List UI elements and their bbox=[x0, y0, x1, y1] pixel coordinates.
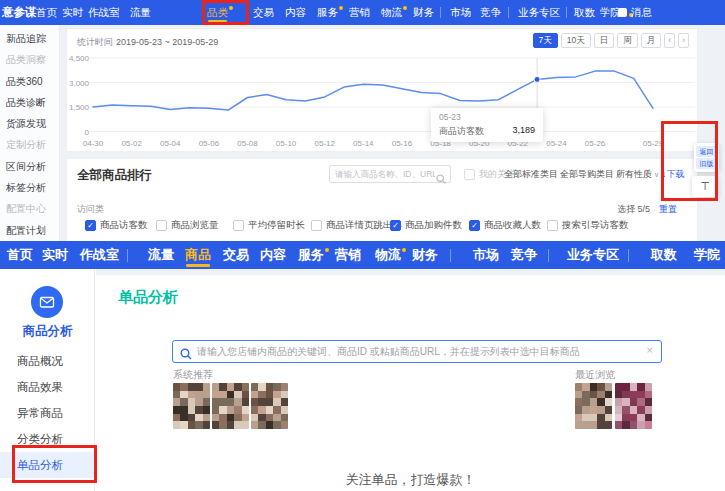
bottom-nav-item-5[interactable]: 交易 bbox=[223, 241, 249, 269]
metric-checkbox-item-5[interactable]: ✓商品收藏人数 bbox=[469, 219, 541, 232]
top-nav-item-0[interactable]: 首页 bbox=[36, 0, 57, 25]
mosaic-cell bbox=[234, 391, 241, 399]
bottom-nav-item-9[interactable]: 物流 bbox=[375, 241, 401, 269]
bottom-nav-item-12[interactable]: 竞争 bbox=[511, 241, 537, 269]
top-nav-item-7[interactable]: 服务 bbox=[317, 0, 338, 25]
top-nav-item-6[interactable]: 内容 bbox=[285, 0, 306, 25]
period-button-5[interactable]: ‹ bbox=[664, 33, 675, 48]
sidebar-item-4[interactable]: 单品分析 bbox=[0, 452, 94, 478]
sidebar-item-2[interactable]: 品类360 bbox=[0, 71, 59, 92]
checkbox-checked[interactable]: ✓ bbox=[85, 220, 96, 231]
search-icon[interactable] bbox=[436, 170, 446, 188]
period-button-6[interactable]: › bbox=[678, 33, 689, 48]
top-nav-item-4[interactable]: 品类 bbox=[207, 0, 228, 25]
product-thumbnail[interactable] bbox=[615, 383, 652, 429]
filter-guide-category[interactable]: 全部导购类目∨ bbox=[560, 168, 621, 181]
period-button-0[interactable]: 7天 bbox=[533, 33, 558, 48]
top-nav-item-9[interactable]: 物流 bbox=[381, 0, 402, 25]
top-nav-item-11[interactable]: 市场 bbox=[450, 0, 471, 25]
product-thumbnail[interactable] bbox=[212, 383, 249, 429]
metric-checkbox-item-0[interactable]: ✓商品访客数 bbox=[85, 219, 148, 232]
product-thumbnail[interactable] bbox=[251, 383, 288, 429]
bottom-nav-item-13[interactable]: 业务专区 bbox=[567, 241, 619, 269]
top-nav-item-5[interactable]: 交易 bbox=[253, 0, 274, 25]
messages-button[interactable]: 消息 bbox=[618, 0, 652, 25]
metric-checkbox-item-6[interactable]: 搜索引导访客数 bbox=[547, 219, 629, 232]
tooltip-value: 3,189 bbox=[512, 125, 535, 138]
sidebar-item-3[interactable]: 品类诊断 bbox=[0, 92, 59, 113]
back-to-top-button[interactable]: ⊤ bbox=[692, 176, 718, 197]
sidebar-item-2[interactable]: 异常商品 bbox=[0, 400, 94, 426]
filter-property[interactable]: 所有性质∨ bbox=[616, 168, 659, 181]
bottom-nav-item-2[interactable]: 作战室 bbox=[80, 241, 119, 269]
product-thumbnail[interactable] bbox=[173, 383, 210, 429]
period-button-3[interactable]: 周 bbox=[617, 33, 638, 48]
sidebar-item-8[interactable]: 配置中心 bbox=[0, 198, 59, 219]
checkbox-checked[interactable]: ✓ bbox=[390, 220, 401, 231]
sidebar-item-6[interactable]: 区间分析 bbox=[0, 156, 59, 177]
clear-icon[interactable]: × bbox=[647, 344, 653, 356]
checkbox-unchecked[interactable] bbox=[311, 220, 322, 231]
product-thumbnail[interactable] bbox=[575, 383, 612, 429]
top-nav-item-10[interactable]: 财务 bbox=[413, 0, 434, 25]
sidebar-item-1[interactable]: 品类洞察 bbox=[0, 49, 59, 70]
bottom-nav-item-14[interactable]: 取数 bbox=[651, 241, 677, 269]
bottom-nav-item-10[interactable]: 财务 bbox=[412, 241, 438, 269]
bottom-nav-item-1[interactable]: 实时 bbox=[42, 241, 68, 269]
item-search-input[interactable] bbox=[197, 343, 627, 360]
sidebar-item-4[interactable]: 货源发现 bbox=[0, 113, 59, 134]
mosaic-cell bbox=[575, 414, 582, 422]
sidebar-item-0[interactable]: 新品追踪 bbox=[0, 28, 59, 49]
top-nav-item-2[interactable]: 作战室 bbox=[88, 0, 120, 25]
sidebar-item-3[interactable]: 分类分析 bbox=[0, 426, 94, 452]
top-nav-item-13[interactable]: 业务专区 bbox=[518, 0, 560, 25]
filter-standard-category[interactable]: 全部标准类目∨ bbox=[504, 168, 565, 181]
period-button-4[interactable]: 月 bbox=[641, 33, 662, 48]
period-button-2[interactable]: 日 bbox=[594, 33, 615, 48]
mosaic-cell bbox=[575, 398, 582, 406]
checkbox-unchecked[interactable] bbox=[547, 220, 558, 231]
metric-label: 商品加购件数 bbox=[405, 219, 462, 232]
bottom-nav-item-3[interactable]: 流量 bbox=[148, 241, 174, 269]
stat-time-range: 统计时间2019-05-23 ~ 2019-05-29 bbox=[77, 36, 218, 49]
floating-version-widget[interactable]: 返回 旧版 bbox=[694, 143, 719, 172]
sidebar-item-1[interactable]: 商品效果 bbox=[0, 374, 94, 400]
metric-checkbox-item-2[interactable]: 平均停留时长 bbox=[233, 219, 305, 232]
bottom-nav-item-4[interactable]: 商品 bbox=[185, 241, 211, 269]
sidebar-item-7[interactable]: 标签分析 bbox=[0, 177, 59, 198]
download-button[interactable]: ↓下载 bbox=[662, 168, 685, 181]
mosaic-cell bbox=[203, 391, 210, 399]
bottom-nav-item-11[interactable]: 市场 bbox=[473, 241, 499, 269]
top-nav-item-3[interactable]: 流量 bbox=[130, 0, 151, 25]
mosaic-cell bbox=[582, 383, 589, 391]
sidebar-item-9[interactable]: 配置计划 bbox=[0, 220, 59, 241]
bottom-nav-item-15[interactable]: 学院 bbox=[694, 241, 720, 269]
floating-widget-line2[interactable]: 旧版 bbox=[696, 158, 717, 169]
sidebar-item-0[interactable]: 商品概况 bbox=[0, 348, 94, 374]
metric-checkbox-item-4[interactable]: ✓商品加购件数 bbox=[390, 219, 462, 232]
metric-checkbox-item-3[interactable]: 商品详情页跳出率 bbox=[311, 219, 402, 232]
top-nav-item-14[interactable]: 取数 bbox=[574, 0, 595, 25]
bottom-nav-item-6[interactable]: 内容 bbox=[260, 241, 286, 269]
highlighted-data-point[interactable] bbox=[534, 76, 540, 82]
top-nav-item-15[interactable]: 学院 bbox=[600, 0, 621, 25]
checkbox-unchecked[interactable] bbox=[464, 169, 475, 180]
reset-button[interactable]: 重置 bbox=[659, 203, 677, 216]
mosaic-cell bbox=[645, 383, 652, 391]
bottom-nav-item-8[interactable]: 营销 bbox=[335, 241, 361, 269]
top-nav-item-1[interactable]: 实时 bbox=[62, 0, 83, 25]
ranking-search-input[interactable] bbox=[335, 167, 435, 181]
bottom-nav-item-7[interactable]: 服务 bbox=[298, 241, 324, 269]
mosaic-cell bbox=[597, 414, 604, 422]
top-nav-item-12[interactable]: 竞争 bbox=[480, 0, 501, 25]
metric-checkbox-item-1[interactable]: 商品浏览量 bbox=[156, 219, 219, 232]
checkbox-checked[interactable]: ✓ bbox=[469, 220, 480, 231]
floating-widget-line1[interactable]: 返回 bbox=[696, 146, 717, 157]
top-nav-item-8[interactable]: 营销 bbox=[349, 0, 370, 25]
sidebar-item-5[interactable]: 定制分析 bbox=[0, 134, 59, 155]
checkbox-unchecked[interactable] bbox=[156, 220, 167, 231]
bottom-nav-item-0[interactable]: 首页 bbox=[7, 241, 33, 269]
period-button-1[interactable]: 10天 bbox=[561, 33, 591, 48]
checkbox-unchecked[interactable] bbox=[233, 220, 244, 231]
mosaic-cell bbox=[622, 421, 629, 429]
